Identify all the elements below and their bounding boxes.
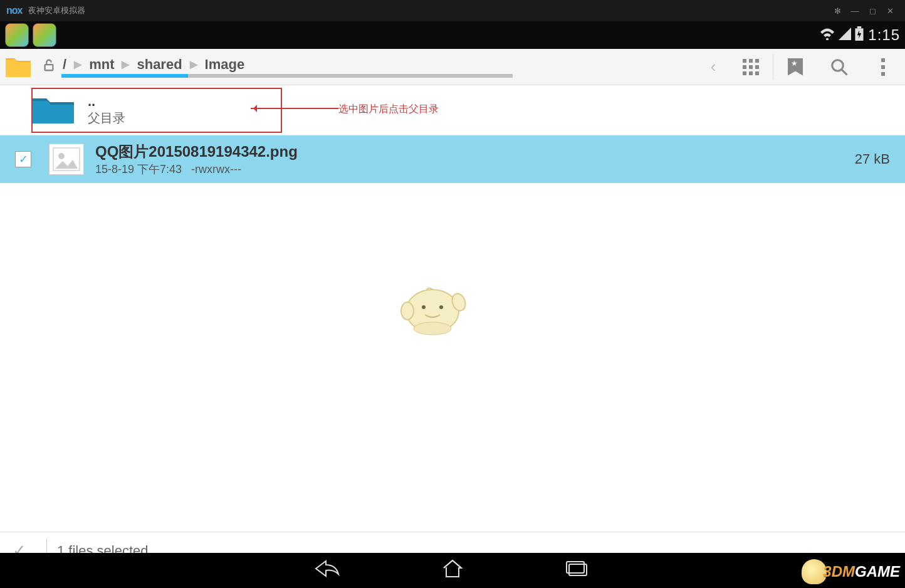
- svg-point-3: [832, 60, 844, 71]
- status-icons: [819, 26, 864, 45]
- bookmark-icon[interactable]: [773, 49, 817, 85]
- chevron-right-icon: ▶: [122, 58, 129, 70]
- launcher-app-icon-2[interactable]: [33, 23, 56, 47]
- grid-view-icon[interactable]: [729, 49, 773, 85]
- file-list: .. 父目录 选中图片后点击父目录 ✓ QQ图片20150819194342.p…: [0, 85, 905, 532]
- app-toolbar: / ▶ mnt ▶ shared ▶ Image ‹: [0, 49, 905, 85]
- window-titlebar: nox 夜神安卓模拟器 ✻ — ◻ ✕: [0, 0, 905, 21]
- minimize-button[interactable]: —: [846, 6, 864, 16]
- breadcrumb-seg-mnt[interactable]: mnt: [88, 56, 115, 73]
- svg-point-6: [58, 153, 65, 159]
- close-button[interactable]: ✕: [881, 6, 899, 16]
- window-title: 夜神安卓模拟器: [28, 5, 85, 16]
- breadcrumb-root[interactable]: /: [61, 56, 68, 73]
- file-size: 27 kB: [855, 151, 890, 167]
- image-file-icon: [49, 144, 84, 175]
- folder-icon: [31, 93, 75, 127]
- settings-icon[interactable]: ✻: [829, 6, 846, 16]
- search-icon[interactable]: [817, 49, 861, 85]
- signal-icon: [839, 28, 851, 43]
- file-row[interactable]: ✓ QQ图片20150819194342.png 15-8-19 下午7:43 …: [0, 135, 905, 183]
- overflow-menu-icon[interactable]: [861, 49, 905, 85]
- svg-point-11: [401, 302, 414, 320]
- android-back-button[interactable]: [308, 559, 346, 582]
- svg-point-10: [439, 305, 443, 309]
- battery-icon: [854, 26, 864, 45]
- nox-logo: nox: [6, 5, 22, 16]
- svg-rect-1: [857, 26, 862, 28]
- chevron-right-icon: ▶: [74, 58, 81, 70]
- android-navbar: [0, 553, 905, 588]
- launcher-app-icon-1[interactable]: [5, 23, 29, 47]
- parent-dir-name: ..: [88, 93, 125, 110]
- mascot-character: [389, 273, 476, 336]
- app-icon[interactable]: [0, 49, 36, 85]
- progress-underline: [61, 74, 513, 78]
- parent-dir-label: 父目录: [88, 110, 125, 127]
- chevron-right-icon: ▶: [190, 58, 197, 70]
- file-meta: 15-8-19 下午7:43 -rwxrwx---: [95, 162, 855, 177]
- android-recents-button[interactable]: [559, 560, 597, 581]
- launcher-bar: 1:15: [0, 21, 905, 49]
- android-home-button[interactable]: [434, 559, 471, 582]
- svg-point-8: [414, 322, 451, 335]
- file-name: QQ图片20150819194342.png: [95, 142, 855, 162]
- lock-open-icon[interactable]: [36, 58, 61, 75]
- nav-back-button[interactable]: ‹: [698, 57, 729, 76]
- annotation-arrow: [251, 108, 338, 109]
- maximize-button[interactable]: ◻: [864, 6, 881, 16]
- svg-line-4: [842, 69, 847, 75]
- annotation-text: 选中图片后点击父目录: [338, 103, 439, 116]
- breadcrumb-seg-shared[interactable]: shared: [135, 56, 183, 73]
- file-checkbox[interactable]: ✓: [15, 151, 31, 167]
- wifi-icon: [819, 28, 835, 43]
- status-time: 1:15: [868, 26, 900, 44]
- watermark-3dmgame: 3DMGAME: [802, 559, 900, 584]
- svg-rect-2: [45, 65, 53, 70]
- parent-directory-row[interactable]: .. 父目录 选中图片后点击父目录: [0, 85, 905, 135]
- svg-point-9: [422, 305, 426, 309]
- breadcrumb-seg-image[interactable]: Image: [204, 56, 246, 73]
- breadcrumb[interactable]: / ▶ mnt ▶ shared ▶ Image: [61, 56, 693, 74]
